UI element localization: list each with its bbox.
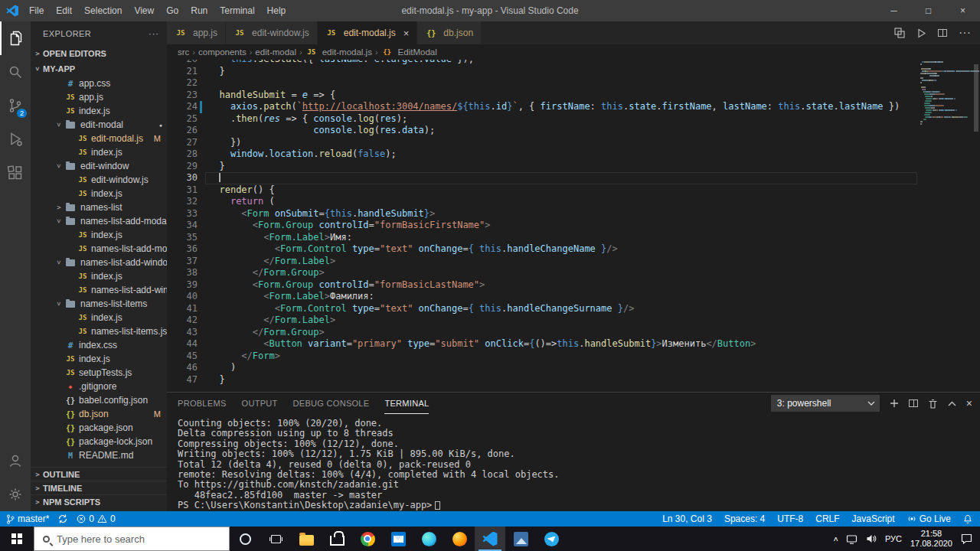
code-line[interactable]: 39 <Form.Group controlId="formBasicLastN…	[167, 279, 917, 292]
terminal-output[interactable]: Counting objects: 100% (20/20), done.Del…	[167, 414, 980, 511]
problems-status[interactable]: 0 0	[77, 514, 115, 524]
tree-item-index-js[interactable]: JSindex.js	[31, 145, 167, 159]
panel-tab-problems[interactable]: PROBLEMS	[178, 393, 227, 414]
tree-item-names-list-add-window[interactable]: >names-list-add-window	[31, 256, 167, 269]
go-live[interactable]: Go Live	[907, 514, 951, 524]
code-line[interactable]: 29 }	[167, 161, 917, 173]
language-mode[interactable]: JavaScript	[852, 514, 895, 524]
run-file-icon[interactable]	[916, 28, 926, 38]
activity-settings[interactable]	[0, 478, 31, 511]
activity-explorer[interactable]	[0, 21, 31, 55]
tree-item-app-css[interactable]: #app.css	[31, 77, 167, 90]
git-branch-status[interactable]: master*	[6, 514, 49, 524]
tree-item-index-js[interactable]: JSindex.js	[31, 104, 167, 118]
tab-edit-window-js[interactable]: JSedit-window.js	[226, 21, 318, 44]
tree-item-edit-window-js[interactable]: JSedit-window.js	[31, 173, 167, 187]
activity-extensions[interactable]	[0, 156, 31, 190]
shell-selector[interactable]: 3: powershell	[771, 395, 880, 412]
restore-button[interactable]: □	[911, 0, 946, 21]
activity-source-control[interactable]: 2	[0, 89, 31, 122]
action-center-button[interactable]	[961, 533, 972, 544]
code-line[interactable]: 26 console.log(res.data);	[167, 125, 917, 137]
activity-account[interactable]	[0, 444, 31, 478]
code-line[interactable]: 31 render() {	[167, 184, 917, 197]
code-line[interactable]: 30	[167, 172, 917, 184]
code-line[interactable]: 20 this.setState({ lastName: e.target.va…	[167, 60, 917, 66]
taskbar-app-mail[interactable]	[383, 527, 413, 551]
taskbar-app-file-explorer[interactable]	[291, 527, 322, 551]
split-terminal-icon[interactable]	[909, 399, 918, 407]
eol-sequence[interactable]: CRLF	[815, 514, 839, 524]
tree-item-readme-md[interactable]: MREADME.md	[31, 448, 167, 462]
section-timeline[interactable]: >TIMELINE	[31, 481, 167, 494]
sync-status[interactable]	[58, 514, 67, 523]
notifications-bell[interactable]	[963, 514, 972, 524]
new-terminal-icon[interactable]	[890, 399, 899, 408]
menu-run[interactable]: Run	[185, 0, 214, 21]
tree-item-index-js[interactable]: JSindex.js	[31, 228, 167, 242]
network-icon[interactable]	[846, 534, 858, 544]
taskbar-app-telegram[interactable]	[536, 527, 567, 551]
menu-view[interactable]: View	[128, 0, 160, 21]
language-indicator[interactable]: РУС	[885, 534, 902, 543]
show-hidden-icons[interactable]: >	[831, 536, 839, 541]
code-area[interactable]: 20 this.setState({ lastName: e.target.va…	[167, 60, 917, 392]
panel-tab-debug-console[interactable]: DEBUG CONSOLE	[293, 393, 370, 414]
code-line[interactable]: 25 .then(res => { console.log(res);	[167, 113, 917, 126]
taskbar-app-firefox[interactable]	[444, 527, 475, 551]
tree-item-names-list-add-modal[interactable]: >names-list-add-modal	[31, 214, 167, 228]
section-outline[interactable]: >OUTLINE	[31, 467, 167, 481]
code-line[interactable]: 23 handleSubmit = e => {	[167, 90, 917, 102]
tree-item-edit-window[interactable]: >edit-window	[31, 159, 167, 173]
code-line[interactable]: 22	[167, 77, 917, 90]
tree-item-package-lock-json[interactable]: {}package-lock.json	[31, 435, 167, 448]
tree-item-index-css[interactable]: #index.css	[31, 338, 167, 352]
tree-item-index-js[interactable]: JSindex.js	[31, 187, 167, 201]
code-line[interactable]: 43 </Form.Group>	[167, 327, 917, 339]
start-button[interactable]	[0, 527, 34, 551]
code-line[interactable]: 42 </Form.Label>	[167, 315, 917, 327]
code-line[interactable]: 46 )	[167, 362, 917, 374]
code-line[interactable]: 24 axios.patch(`http://localhost:3004/na…	[167, 101, 917, 113]
tree-item-names-list-items-js[interactable]: JSnames-list-items.js	[31, 324, 167, 338]
tree-item-babel-config-json[interactable]: {}babel.config.json	[31, 393, 167, 407]
more-actions-icon[interactable]: ···	[149, 29, 159, 38]
minimap[interactable]	[917, 60, 972, 392]
open-changes-icon[interactable]	[894, 28, 905, 38]
split-editor-icon[interactable]	[938, 29, 947, 37]
code-line[interactable]: 28 window.location.reload(false);	[167, 148, 917, 161]
menu-terminal[interactable]: Terminal	[214, 0, 260, 21]
tree-item-index-js[interactable]: JSindex.js	[31, 352, 167, 366]
task-view-button[interactable]	[260, 527, 291, 551]
tree-item-names-list-add-wind-[interactable]: JSnames-list-add-wind...	[31, 283, 167, 297]
tree-item-index-js[interactable]: JSindex.js	[31, 269, 167, 283]
close-button[interactable]: ×	[946, 0, 980, 21]
menu-help[interactable]: Help	[261, 0, 292, 21]
menu-go[interactable]: Go	[160, 0, 185, 21]
code-line[interactable]: 34 <Form.Group controlId="formBasicFirst…	[167, 220, 917, 232]
tab-app-js[interactable]: JSapp.js	[167, 21, 226, 44]
taskbar-app-edge[interactable]	[413, 527, 444, 551]
tree-item-db-json[interactable]: {}db.jsonM	[31, 407, 167, 421]
clock[interactable]: 21:58 17.08.2020	[910, 529, 952, 549]
taskbar-search[interactable]: Type here to search	[34, 527, 230, 551]
tree-item-names-list-add-moda-[interactable]: JSnames-list-add-moda...	[31, 242, 167, 256]
tree-item-index-js[interactable]: JSindex.js	[31, 311, 167, 324]
tree-item--gitignore[interactable]: ◆.gitignore	[31, 380, 167, 393]
close-icon[interactable]: ×	[403, 28, 410, 38]
breadcrumb-item[interactable]: edit-modal	[255, 47, 296, 57]
taskbar-app-vscode[interactable]	[475, 527, 505, 551]
tree-item-package-json[interactable]: {}package.json	[31, 421, 167, 435]
panel-tab-terminal[interactable]: TERMINAL	[384, 393, 429, 414]
breadcrumb-item[interactable]: components	[198, 47, 247, 57]
breadcrumb-item[interactable]: {}EditModal	[381, 47, 437, 57]
volume-icon[interactable]	[866, 534, 877, 543]
scrollbar-thumb[interactable]	[974, 64, 978, 132]
activity-run-debug[interactable]	[0, 122, 31, 156]
cortana-button[interactable]	[230, 527, 260, 551]
section-npm-scripts[interactable]: >NPM SCRIPTS	[31, 494, 167, 508]
tree-item-setuptests-js[interactable]: JSsetupTests.js	[31, 366, 167, 380]
maximize-panel-icon[interactable]	[948, 401, 956, 406]
code-line[interactable]: 32 return (	[167, 196, 917, 208]
minimize-button[interactable]: ─	[877, 0, 911, 21]
